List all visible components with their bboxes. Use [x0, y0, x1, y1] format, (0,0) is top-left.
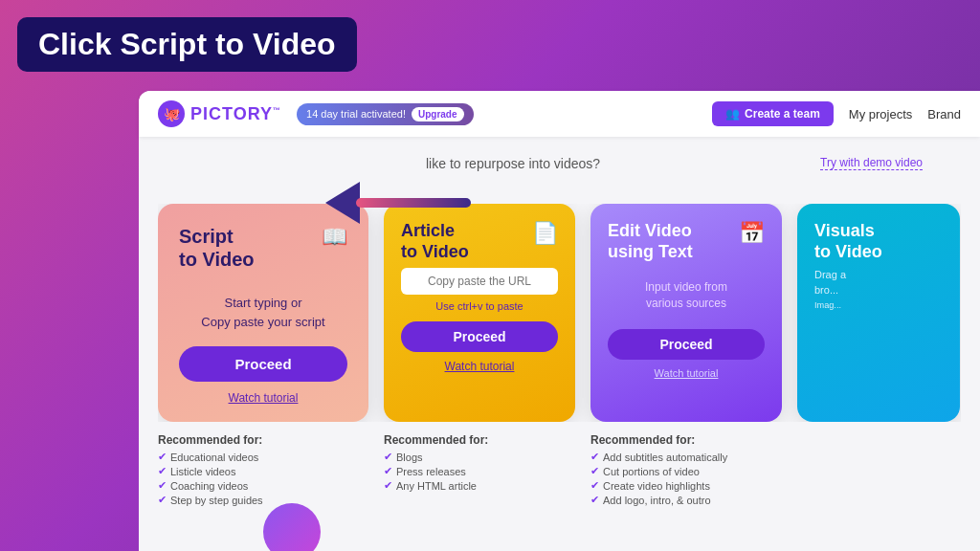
rec-item-edit-4: ✔ Add logo, intro, & outro	[590, 494, 782, 506]
rec-item-edit-1: ✔ Add subtitles automatically	[590, 451, 782, 463]
content-body: like to repurpose into videos? Try with …	[139, 137, 980, 518]
card-title-edit: Edit Video using Text	[608, 221, 693, 262]
recommended-script: Recommended for: ✔ Educational videos ✔ …	[158, 433, 368, 508]
rec-title-edit: Recommended for:	[590, 433, 782, 447]
check-icon-2: ✔	[158, 465, 167, 477]
watch-tutorial-article[interactable]: Watch tutorial	[401, 360, 558, 373]
my-projects-link[interactable]: My projects	[849, 107, 912, 121]
card-header-article: Article to Video 📄	[401, 221, 558, 262]
title-bar: Click Script to Video	[17, 17, 357, 72]
article-to-video-card[interactable]: Article to Video 📄 Use ctrl+v to paste P…	[384, 204, 575, 422]
check-icon-8: ✔	[590, 451, 599, 463]
visuals-card-desc: Drag abro...Imag...	[814, 268, 943, 312]
card-header-script: Script to Video 📖	[179, 225, 347, 271]
arrow-head	[325, 182, 360, 224]
trial-text: 14 day trial activated!	[306, 108, 406, 120]
script-to-video-card[interactable]: Script to Video 📖 Start typing orCopy pa…	[158, 204, 368, 422]
rec-item-article-1: ✔ Blogs	[384, 451, 575, 463]
trial-badge: 14 day trial activated! Upgrade	[297, 103, 474, 125]
article-doc-icon: 📄	[532, 221, 558, 246]
logo: 🐙 PICTORY™	[158, 100, 281, 127]
create-team-button[interactable]: 👥 Create a team	[712, 101, 834, 126]
rec-item-article-3: ✔ Any HTML article	[384, 479, 575, 492]
proceed-button-edit[interactable]: Proceed	[608, 329, 765, 360]
logo-icon: 🐙	[158, 100, 185, 127]
check-icon-5: ✔	[384, 451, 392, 463]
upgrade-button[interactable]: Upgrade	[412, 107, 464, 121]
create-team-icon: 👥	[725, 107, 740, 121]
check-icon-1: ✔	[158, 451, 167, 463]
card-title-article: Article to Video	[401, 221, 469, 262]
edit-card-desc: Input video fromvarious sources	[608, 279, 765, 312]
proceed-button-script[interactable]: Proceed	[179, 346, 347, 382]
section-question: like to repurpose into videos?	[426, 156, 600, 171]
logo-text: PICTORY™	[190, 104, 281, 124]
check-icon-9: ✔	[590, 465, 599, 477]
rec-item-script-1: ✔ Educational videos	[158, 451, 368, 463]
recommended-edit: Recommended for: ✔ Add subtitles automat…	[590, 433, 782, 508]
watch-tutorial-script[interactable]: Watch tutorial	[179, 391, 347, 405]
visuals-to-video-card[interactable]: Visuals to Video Drag abro...Imag...	[797, 204, 960, 422]
arrow-shaft	[356, 198, 471, 208]
proceed-button-article[interactable]: Proceed	[401, 321, 558, 352]
card-title-script: Script to Video	[179, 225, 255, 271]
card-title-visuals: Visuals to Video	[814, 221, 882, 262]
check-icon-6: ✔	[384, 465, 392, 477]
rec-title-script: Recommended for:	[158, 433, 368, 447]
url-input[interactable]	[401, 268, 558, 295]
edit-video-card[interactable]: Edit Video using Text 📅 Input video from…	[590, 204, 782, 422]
recommended-row: Recommended for: ✔ Educational videos ✔ …	[158, 433, 961, 508]
page-title: Click Script to Video	[38, 27, 336, 62]
rec-item-script-3: ✔ Coaching videos	[158, 479, 368, 492]
check-icon-10: ✔	[590, 479, 599, 492]
rec-item-script-2: ✔ Listicle videos	[158, 465, 368, 477]
navbar: 🐙 PICTORY™ 14 day trial activated! Upgra…	[139, 91, 980, 137]
try-demo-link[interactable]: Try with demo video	[820, 156, 923, 170]
cards-row: Script to Video 📖 Start typing orCopy pa…	[158, 204, 961, 422]
rec-title-article: Recommended for:	[384, 433, 575, 447]
edit-calendar-icon: 📅	[739, 221, 765, 246]
rec-item-article-2: ✔ Press releases	[384, 465, 575, 477]
rec-item-edit-3: ✔ Create video highlights	[590, 479, 782, 492]
script-book-icon: 📖	[322, 225, 347, 250]
brand-link[interactable]: Brand	[927, 107, 961, 121]
recommended-article: Recommended for: ✔ Blogs ✔ Press release…	[384, 433, 575, 508]
main-content-area: 🐙 PICTORY™ 14 day trial activated! Upgra…	[139, 91, 980, 551]
rec-item-edit-2: ✔ Cut portions of video	[590, 465, 782, 477]
check-icon-3: ✔	[158, 479, 167, 492]
rec-item-script-4: ✔ Step by step guides	[158, 494, 368, 506]
script-card-desc: Start typing orCopy paste your script	[179, 294, 347, 331]
card-header-visuals: Visuals to Video	[814, 221, 943, 262]
check-icon-11: ✔	[590, 494, 599, 506]
check-icon-7: ✔	[384, 479, 392, 492]
paste-hint: Use ctrl+v to paste	[401, 300, 558, 312]
arrow-indicator	[325, 182, 471, 224]
check-icon-4: ✔	[158, 494, 167, 506]
card-header-edit: Edit Video using Text 📅	[608, 221, 765, 262]
watch-tutorial-edit[interactable]: Watch tutorial	[608, 367, 765, 379]
